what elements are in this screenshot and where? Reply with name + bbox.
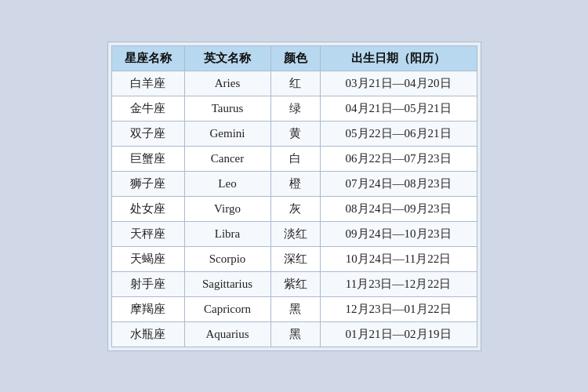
header-date: 出生日期（阳历）: [320, 45, 477, 71]
table-row: 白羊座Aries红03月21日—04月20日: [111, 71, 477, 96]
table-row: 天秤座Libra淡红09月24日—10月23日: [111, 221, 477, 246]
cell-english: Aquarius: [184, 321, 270, 347]
cell-color: 红: [270, 71, 320, 96]
cell-date: 04月21日—05月21日: [320, 96, 477, 121]
cell-chinese: 双子座: [111, 121, 184, 146]
table-row: 双子座Gemini黄05月22日—06月21日: [111, 121, 477, 146]
table-row: 金牛座Taurus绿04月21日—05月21日: [111, 96, 477, 121]
cell-color: 紫红: [270, 271, 320, 296]
cell-color: 橙: [270, 171, 320, 196]
cell-english: Virgo: [184, 196, 270, 221]
cell-date: 06月22日—07月23日: [320, 146, 477, 171]
table-row: 摩羯座Capricorn黑12月23日—01月22日: [111, 296, 477, 321]
cell-color: 黑: [270, 296, 320, 321]
table-row: 射手座Sagittarius紫红11月23日—12月22日: [111, 271, 477, 296]
cell-chinese: 摩羯座: [111, 296, 184, 321]
header-english: 英文名称: [184, 45, 270, 71]
cell-chinese: 天秤座: [111, 221, 184, 246]
cell-chinese: 水瓶座: [111, 321, 184, 347]
cell-english: Scorpio: [184, 246, 270, 271]
cell-english: Gemini: [184, 121, 270, 146]
cell-chinese: 天蝎座: [111, 246, 184, 271]
cell-english: Leo: [184, 171, 270, 196]
cell-date: 11月23日—12月22日: [320, 271, 477, 296]
cell-color: 黄: [270, 121, 320, 146]
cell-chinese: 金牛座: [111, 96, 184, 121]
table-row: 巨蟹座Cancer白06月22日—07月23日: [111, 146, 477, 171]
cell-chinese: 射手座: [111, 271, 184, 296]
cell-english: Cancer: [184, 146, 270, 171]
table-header-row: 星座名称 英文名称 颜色 出生日期（阳历）: [111, 45, 477, 71]
cell-color: 灰: [270, 196, 320, 221]
cell-color: 黑: [270, 321, 320, 347]
cell-english: Taurus: [184, 96, 270, 121]
cell-english: Aries: [184, 71, 270, 96]
cell-date: 07月24日—08月23日: [320, 171, 477, 196]
cell-date: 08月24日—09月23日: [320, 196, 477, 221]
cell-date: 03月21日—04月20日: [320, 71, 477, 96]
cell-date: 12月23日—01月22日: [320, 296, 477, 321]
zodiac-table-container: 星座名称 英文名称 颜色 出生日期（阳历） 白羊座Aries红03月21日—04…: [107, 42, 481, 351]
table-row: 处女座Virgo灰08月24日—09月23日: [111, 196, 477, 221]
cell-color: 绿: [270, 96, 320, 121]
cell-english: Sagittarius: [184, 271, 270, 296]
cell-english: Libra: [184, 221, 270, 246]
cell-chinese: 巨蟹座: [111, 146, 184, 171]
cell-chinese: 白羊座: [111, 71, 184, 96]
cell-color: 深红: [270, 246, 320, 271]
header-color: 颜色: [270, 45, 320, 71]
cell-color: 白: [270, 146, 320, 171]
cell-chinese: 狮子座: [111, 171, 184, 196]
cell-date: 05月22日—06月21日: [320, 121, 477, 146]
cell-date: 10月24日—11月22日: [320, 246, 477, 271]
cell-color: 淡红: [270, 221, 320, 246]
cell-date: 09月24日—10月23日: [320, 221, 477, 246]
table-row: 狮子座Leo橙07月24日—08月23日: [111, 171, 477, 196]
header-chinese: 星座名称: [111, 45, 184, 71]
cell-english: Capricorn: [184, 296, 270, 321]
cell-chinese: 处女座: [111, 196, 184, 221]
cell-date: 01月21日—02月19日: [320, 321, 477, 347]
table-row: 水瓶座Aquarius黑01月21日—02月19日: [111, 321, 477, 347]
zodiac-table: 星座名称 英文名称 颜色 出生日期（阳历） 白羊座Aries红03月21日—04…: [111, 45, 477, 347]
table-row: 天蝎座Scorpio深红10月24日—11月22日: [111, 246, 477, 271]
